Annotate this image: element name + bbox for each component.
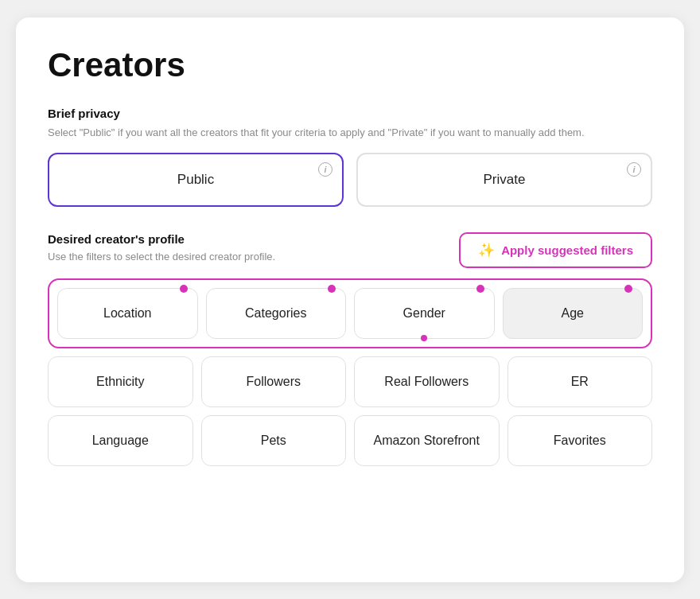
- filter-amazon-storefront[interactable]: Amazon Storefront: [354, 415, 500, 466]
- public-button[interactable]: Public i: [48, 153, 344, 207]
- privacy-options: Public i Private i: [48, 153, 652, 207]
- wand-icon: ✨: [478, 242, 495, 259]
- filter-location[interactable]: Location: [57, 288, 198, 339]
- filter-pets[interactable]: Pets: [201, 415, 347, 466]
- page-title: Creators: [48, 46, 652, 84]
- creator-profile-desc: Use the filters to select the desired cr…: [48, 251, 459, 263]
- dot-categories: [328, 285, 336, 293]
- filter-ethnicity[interactable]: Ethnicity: [48, 356, 193, 407]
- apply-filters-button[interactable]: ✨ Apply suggested filters: [459, 232, 652, 268]
- dot-location: [180, 285, 188, 293]
- brief-privacy-label: Brief privacy: [48, 107, 652, 120]
- filter-er[interactable]: ER: [508, 356, 653, 407]
- highlighted-filters-grid: Location Categories Gender Age: [48, 278, 652, 348]
- dot-gender: [476, 285, 484, 293]
- filters-row-2: Language Pets Amazon Storefront Favorite…: [48, 415, 652, 466]
- filter-age[interactable]: Age: [503, 288, 644, 339]
- profile-header: Desired creator's profile Use the filter…: [48, 232, 652, 274]
- main-card: Creators Brief privacy Select "Public" i…: [16, 18, 684, 582]
- public-info-icon[interactable]: i: [318, 162, 332, 177]
- dot-age: [624, 285, 632, 293]
- filter-favorites[interactable]: Favorites: [508, 415, 653, 466]
- private-info-icon[interactable]: i: [627, 162, 641, 177]
- filter-gender[interactable]: Gender: [354, 288, 495, 339]
- filter-real-followers[interactable]: Real Followers: [354, 356, 500, 407]
- creator-profile-label: Desired creator's profile: [48, 232, 459, 246]
- filters-row-1: Ethnicity Followers Real Followers ER: [48, 356, 652, 407]
- private-button[interactable]: Private i: [356, 153, 652, 207]
- dot-gender-bottom: [421, 335, 427, 341]
- filter-categories[interactable]: Categories: [206, 288, 347, 339]
- filter-followers[interactable]: Followers: [201, 356, 347, 407]
- filter-language[interactable]: Language: [48, 415, 193, 466]
- brief-privacy-desc: Select "Public" if you want all the crea…: [48, 125, 652, 141]
